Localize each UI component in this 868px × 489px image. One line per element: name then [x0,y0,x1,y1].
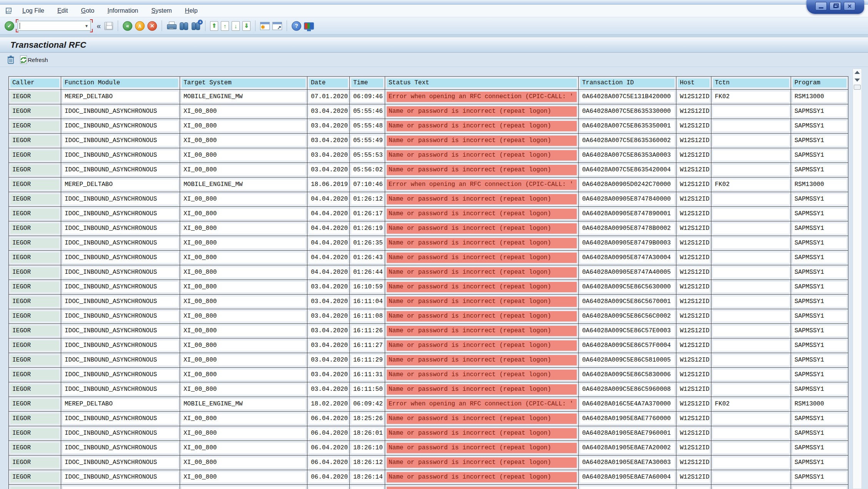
table-row[interactable]: IEGORIDOC_INBOUND_ASYNCHRONOUSXI_00_8000… [9,426,848,441]
cell-program[interactable]: SAPMSSY1 [791,295,848,309]
cell-status-text[interactable]: Error when opening an RFC connection (CP… [385,178,579,192]
cell-caller[interactable]: IEGOR [9,309,61,324]
cell-date[interactable]: 04.04.2020 [307,265,350,280]
col-program[interactable]: Program [791,77,848,90]
cell-target-system[interactable]: XI_00_800 [180,221,307,236]
cell-host[interactable]: W12S12ID [676,338,711,353]
cell-caller[interactable]: IEGOR [9,221,61,236]
cell-time[interactable]: 18:26:01 [350,426,385,441]
restore-button[interactable] [830,2,841,10]
cell-host[interactable]: W12S12ID [676,426,711,441]
cell-time[interactable]: 16:11:04 [350,295,385,309]
cell-function-module[interactable]: IDOC_INBOUND_ASYNCHRONOUS [61,309,180,324]
cell-caller[interactable]: IEGOR [9,90,61,104]
cell-transaction-id[interactable]: 0A64028A007C5E8635360002 [579,134,676,148]
cell-transaction-id[interactable]: 0A64028A00905E8747A40005 [579,265,676,280]
table-row[interactable]: IEGORIDOC_INBOUND_ASYNCHRONOUSXI_00_8000… [9,280,848,295]
cell-caller[interactable]: IEGOR [9,163,61,178]
table-row[interactable]: IEGORIDOC_INBOUND_ASYNCHRONOUSXI_00_8000… [9,324,848,338]
cell-caller[interactable]: IEGOR [9,397,61,412]
cell-tctn[interactable] [711,104,791,119]
cell-status-text[interactable]: Name or password is incorrect (repeat lo… [385,251,579,265]
cell-target-system[interactable]: XI_00_800 [180,236,307,251]
table-row[interactable]: IEGORIDOC_INBOUND_ASYNCHRONOUSXI_00_8000… [9,236,848,251]
cell-tctn[interactable] [711,412,791,426]
cell-caller[interactable]: IEGOR [9,368,61,382]
cell-program[interactable]: SAPMSSY1 [791,265,848,280]
cell-program[interactable]: SAPMSSY1 [791,148,848,163]
cell-status-text[interactable]: Name or password is incorrect (repeat lo… [385,324,579,338]
cell-function-module[interactable]: IDOC_INBOUND_ASYNCHRONOUS [61,324,180,338]
cell-date[interactable]: 18.06.2019 [307,178,350,192]
cell-transaction-id[interactable]: 0A64028A00905E87479B0003 [579,236,676,251]
cell-date[interactable]: 18.02.2020 [307,397,350,412]
cell-program[interactable]: RSM13000 [791,178,848,192]
cell-caller[interactable]: IEGOR [9,236,61,251]
cell-transaction-id[interactable]: 0A64028A009C5E86C5670001 [579,295,676,309]
cell-status-text[interactable]: Name or password is incorrect (repeat lo… [385,295,579,309]
cell-host[interactable]: W12S12ID [676,441,711,456]
cell-tctn[interactable] [711,470,791,485]
cell-target-system[interactable]: XI_00_800 [180,309,307,324]
cell-time[interactable]: 16:11:26 [350,324,385,338]
cell-transaction-id[interactable]: 0A64028A009C5E86C5960008 [579,382,676,397]
cell-function-module[interactable]: IDOC_INBOUND_ASYNCHRONOUS [61,148,180,163]
col-host[interactable]: Host [676,77,711,90]
cell-tctn[interactable] [711,265,791,280]
cell-transaction-id[interactable]: 0A64028A01905E8AE7A30003 [579,456,676,470]
cell-program[interactable]: SAPMSSY1 [791,324,848,338]
cell-transaction-id[interactable]: 0A64028A009C5E86C57E0003 [579,324,676,338]
cell-date[interactable]: 03.04.2020 [307,338,350,353]
cell-time[interactable]: 05:56:02 [350,163,385,178]
cell-host[interactable]: W12S12ID [676,397,711,412]
cell-host[interactable]: W12S12ID [676,148,711,163]
cell-status-text[interactable]: Name or password is incorrect (repeat lo… [385,104,579,119]
cell-status-text[interactable]: Name or password is incorrect (repeat lo… [385,236,579,251]
cell-program[interactable]: RSM13000 [791,90,848,104]
cell-caller[interactable]: IEGOR [9,280,61,295]
first-page-button[interactable]: ⇑ [210,21,218,31]
cell-caller[interactable]: IEGOR [9,353,61,368]
table-row[interactable]: IEGORIDOC_INBOUND_ASYNCHRONOUSXI_00_8000… [9,441,848,456]
cell-target-system[interactable]: MOBILE_ENGINE_MW [180,178,307,192]
cell-time[interactable]: 18:26:14 [350,470,385,485]
cell-date[interactable]: 04.04.2020 [307,192,350,207]
cell-host[interactable]: W12S12ID [676,192,711,207]
cell-tctn[interactable] [711,426,791,441]
cell-host[interactable]: W12S12ID [676,251,711,265]
col-function-module[interactable]: Function Module [61,77,180,90]
cell-target-system[interactable]: MOBILE_ENGINE_MW [180,90,307,104]
cell-target-system[interactable]: XI_00_800 [180,441,307,456]
cell-date[interactable]: 03.04.2020 [307,104,350,119]
cell-status-text[interactable]: Name or password is incorrect (repeat lo… [385,148,579,163]
cell-host[interactable]: W12S12ID [676,324,711,338]
cell-time[interactable]: 06:09:46 [350,90,385,104]
table-row[interactable]: IEGORIDOC_INBOUND_ASYNCHRONOUSXI_00_8000… [9,309,848,324]
cell-status-text[interactable]: Name or password is incorrect (repeat lo… [385,470,579,485]
cell-function-module[interactable]: IDOC_INBOUND_ASYNCHRONOUS [61,134,180,148]
cell-program[interactable]: SAPMSSY1 [791,368,848,382]
enter-button[interactable]: ✓ [5,21,14,31]
cell-date[interactable]: 03.04.2020 [307,368,350,382]
find-next-button[interactable]: + [191,22,200,30]
cell-date[interactable]: 03.04.2020 [307,353,350,368]
cell-tctn[interactable] [711,485,791,489]
cell-status-text[interactable]: Name or password is incorrect (repeat lo… [385,265,579,280]
cell-host[interactable]: W12S12ID [676,178,711,192]
cell-target-system[interactable]: XI_00_800 [180,426,307,441]
table-row[interactable]: IEGORIDOC_INBOUND_ASYNCHRONOUSXI_00_8000… [9,119,848,134]
cell-status-text[interactable]: Error when opening an RFC connection (CP… [385,90,579,104]
cell-host[interactable]: W12S12ID [676,368,711,382]
cell-caller[interactable]: IEGOR [9,295,61,309]
table-row[interactable]: IEGORIDOC_INBOUND_ASYNCHRONOUSXI_00_8000… [9,338,848,353]
cell-function-module[interactable]: MEREP_DELTABO [61,397,180,412]
cell-caller[interactable]: IEGOR [9,324,61,338]
cell-caller[interactable]: IEGOR [9,265,61,280]
cell-target-system[interactable]: XI_00_800 [180,207,307,221]
cell-date[interactable]: 03.04.2020 [307,382,350,397]
cell-tctn[interactable] [711,353,791,368]
cell-program[interactable]: SAPMSSY1 [791,470,848,485]
cell-status-text[interactable]: Name or password is incorrect (repeat lo… [385,309,579,324]
collapse-icon[interactable]: « [96,22,102,30]
cell-date[interactable]: 07.01.2020 [307,90,350,104]
